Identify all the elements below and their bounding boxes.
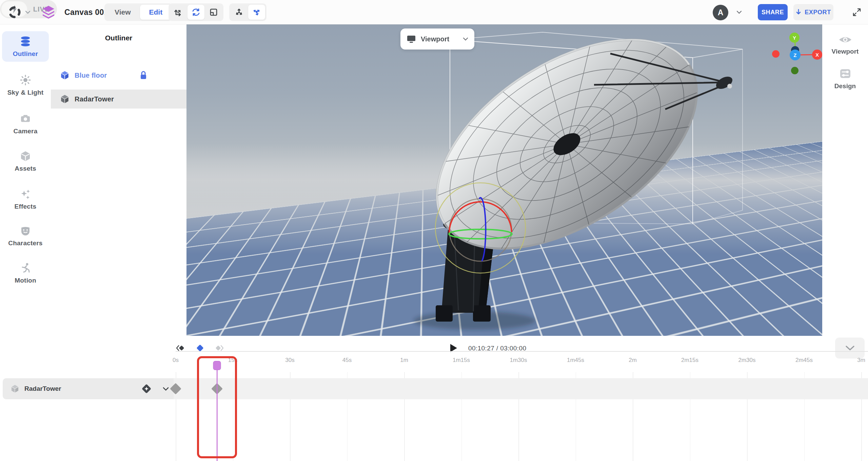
ruler-tick-1m30s: 1m30s (510, 357, 527, 364)
scene-overlay: Y X Z (186, 24, 822, 336)
add-keyframe-button[interactable] (194, 342, 206, 354)
sidebar-item-assets[interactable]: Assets (2, 146, 49, 176)
sidebar-label: Outliner (13, 50, 38, 58)
monitor-icon (407, 35, 416, 43)
export-button[interactable]: EXPORT (793, 4, 833, 20)
track-row-radartower: RadarTower (0, 378, 868, 399)
panel-tab-label: Design (834, 82, 856, 90)
avatar-menu-button[interactable] (736, 0, 742, 24)
ruler-tick-2m15s: 2m15s (681, 357, 698, 364)
export-label: EXPORT (805, 9, 831, 16)
outliner-item-radartower[interactable]: RadarTower (51, 90, 186, 109)
panel-tab-label: Viewport (832, 48, 859, 55)
collapse-timeline-button[interactable] (835, 338, 865, 359)
sun-icon (19, 74, 32, 86)
sidebar-label: Camera (14, 128, 38, 135)
mask-icon (19, 225, 32, 237)
ruler-tick-3m: 3m (857, 357, 865, 364)
keyframe-settings-button[interactable] (140, 383, 153, 395)
local-axis-icon (234, 7, 244, 17)
ruler-baseline (176, 351, 868, 352)
viewport-3d-canvas[interactable]: Y X Z Viewport (186, 24, 822, 336)
sidebar-item-motion[interactable]: Motion (2, 258, 49, 288)
timeline-ruler[interactable]: 0s15s30s45s1m1m15s1m30s1m45s2m2m15s2m30s… (0, 356, 868, 372)
gray-cube-icon (60, 94, 70, 104)
global-axis-icon (252, 7, 261, 17)
ruler-tick-0s: 0s (173, 357, 179, 364)
share-label: SHARE (762, 9, 784, 16)
previous-keyframe-button[interactable] (175, 342, 187, 354)
camera-view-dropdown[interactable]: Viewport (400, 28, 474, 50)
mode-segmented-control: View Edit (104, 3, 173, 21)
sidebar-item-camera[interactable]: Camera (2, 109, 49, 139)
tab-edit[interactable]: Edit (140, 5, 171, 20)
axis-x-label: X (815, 52, 819, 58)
chevron-down-icon (163, 387, 169, 391)
outliner-item-label: RadarTower (75, 95, 114, 103)
canvas-title: Canvas 001 (64, 0, 108, 24)
blue-cube-icon (60, 70, 70, 80)
tab-view[interactable]: View (106, 5, 139, 20)
playhead-handle[interactable] (213, 361, 221, 370)
avatar[interactable]: A (713, 5, 728, 20)
ruler-tick-15s: 15s (228, 357, 237, 364)
outliner-icon (19, 35, 32, 47)
sidebar-label: Sky & Light (7, 89, 44, 96)
gray-cube-icon (10, 384, 20, 393)
project-layers-button[interactable] (41, 0, 56, 24)
rotate-tool-button[interactable] (188, 5, 204, 20)
runner-icon (19, 262, 32, 274)
lock-icon[interactable] (139, 71, 147, 80)
panel-tab-viewport[interactable]: Viewport (822, 35, 868, 55)
top-bar: Canvas 001 View Edit (0, 0, 868, 24)
panel-tab-design[interactable]: Design (822, 68, 868, 90)
left-sidebar: Outliner Sky & Light Camera (0, 24, 51, 336)
frame-tool-icon (209, 7, 218, 17)
fullscreen-button[interactable] (849, 5, 864, 19)
track-lane[interactable] (174, 378, 868, 399)
chevron-down-icon (736, 11, 742, 14)
move-tool-button[interactable] (170, 5, 187, 20)
sidebar-label: Motion (15, 277, 36, 284)
app-logo-button[interactable] (7, 0, 31, 24)
sidebar-label: Assets (15, 165, 36, 172)
keyframe-settings-icon (141, 383, 152, 395)
ruler-tick-2m30s: 2m30s (738, 357, 755, 364)
spline-logo-icon (7, 5, 22, 19)
sidebar-label: Characters (8, 239, 42, 247)
global-axis-button[interactable] (248, 5, 265, 20)
next-keyframe-button[interactable] (213, 342, 225, 354)
layers-icon (41, 4, 56, 20)
ruler-tick-45s: 45s (342, 357, 352, 364)
download-icon (796, 9, 801, 16)
frame-tool-button[interactable] (205, 5, 222, 20)
chevron-down-icon (845, 345, 855, 351)
track-header[interactable]: RadarTower (3, 378, 174, 399)
sparkles-icon (19, 188, 32, 200)
sidebar-item-outliner[interactable]: Outliner (2, 31, 49, 62)
sidebar-item-characters[interactable]: Characters (2, 220, 49, 251)
transform-tool-group (169, 3, 223, 21)
application-window: Canvas 001 View Edit (0, 0, 868, 461)
sidebar-label: Effects (15, 203, 37, 210)
expand-icon (852, 7, 862, 17)
local-axis-button[interactable] (231, 5, 248, 20)
track-label: RadarTower (24, 385, 135, 392)
chevron-down-icon (25, 11, 31, 14)
share-button[interactable]: SHARE (758, 4, 788, 20)
play-button[interactable] (447, 342, 459, 354)
ruler-tick-1m45s: 1m45s (567, 357, 584, 364)
sliders-icon (839, 68, 851, 79)
move-tool-icon (174, 7, 183, 17)
sidebar-item-sky-light[interactable]: Sky & Light (2, 70, 49, 100)
play-icon (449, 343, 458, 353)
camera-view-label: Viewport (421, 35, 458, 43)
eye-icon (838, 35, 852, 45)
outliner-item-blue-floor[interactable]: Blue floor (51, 66, 186, 85)
axis-y-label: Y (793, 35, 796, 41)
sidebar-item-effects[interactable]: Effects (2, 184, 49, 214)
outliner-panel: Outliner Blue floor (51, 24, 186, 336)
outliner-item-label: Blue floor (75, 72, 107, 79)
axis-gizmo[interactable]: Y X Z (772, 33, 822, 74)
camera-icon (19, 113, 32, 125)
